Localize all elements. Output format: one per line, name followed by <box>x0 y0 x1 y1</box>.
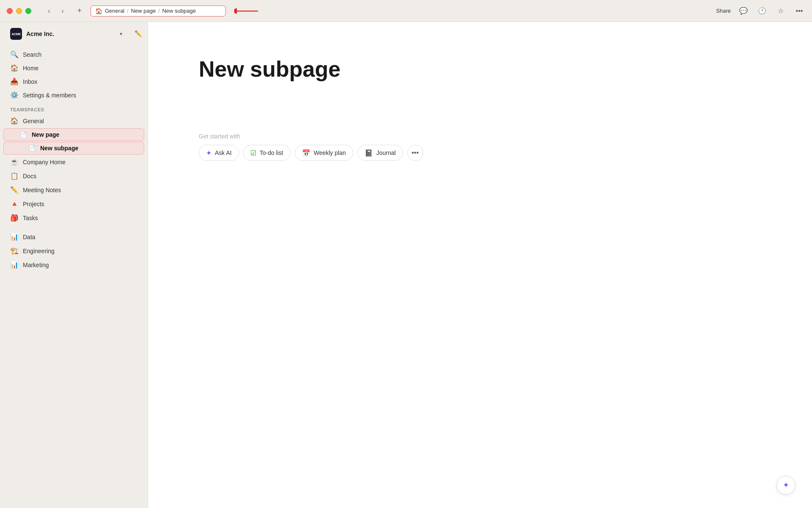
red-arrow-annotation <box>234 4 260 18</box>
workspace-name: Acme Inc. <box>26 30 115 37</box>
header-right: Share 💬 🕐 ☆ ••• <box>716 5 805 17</box>
breadcrumb-general[interactable]: General <box>105 8 124 14</box>
ask-ai-label: Ask AI <box>215 149 232 156</box>
new-subpage-doc-icon: 📄 <box>27 145 36 152</box>
sidebar-item-data[interactable]: 📊 Data <box>3 230 144 243</box>
home-icon: 🏠 <box>95 8 102 14</box>
meeting-notes-icon: ✏️ <box>10 186 19 194</box>
more-icon: ••• <box>411 149 419 157</box>
sidebar-item-inbox-label: Inbox <box>23 78 37 85</box>
sidebar-item-docs[interactable]: 📋 Docs <box>3 169 144 182</box>
company-home-icon: ☕ <box>10 158 19 166</box>
workspace-header[interactable]: ACME Acme Inc. ▾ <box>3 25 129 42</box>
sidebar-item-projects-label: Projects <box>23 201 44 207</box>
template-buttons: ✦ Ask AI ☑ To-do list 📅 Weekly plan <box>199 145 478 161</box>
titlebar: ‹ › + 🏠 General / New page / New subpage… <box>0 0 812 22</box>
sidebar-item-home[interactable]: 🏠 Home <box>3 61 144 75</box>
sidebar-item-home-label: Home <box>23 65 38 72</box>
more-options-icon[interactable]: ••• <box>793 5 805 17</box>
sidebar: ACME Acme Inc. ▾ ✏️ 🔍 Search 🏠 Home 📥 In… <box>0 22 148 508</box>
sidebar-item-new-subpage[interactable]: 📄 New subpage <box>3 142 144 155</box>
sidebar-item-tasks-label: Tasks <box>23 215 38 221</box>
sidebar-nav: 🔍 Search 🏠 Home 📥 Inbox ⚙️ Settings & me… <box>0 47 148 102</box>
weekly-plan-icon: 📅 <box>302 149 310 157</box>
ask-ai-button[interactable]: ✦ Ask AI <box>199 145 239 161</box>
breadcrumb-sep-2: / <box>158 8 159 14</box>
main-layout: ACME Acme Inc. ▾ ✏️ 🔍 Search 🏠 Home 📥 In… <box>0 22 812 508</box>
star-icon[interactable]: ☆ <box>775 5 787 17</box>
sidebar-item-engineering[interactable]: 🏗️ Engineering <box>3 244 144 257</box>
sidebar-item-search-label: Search <box>23 51 41 58</box>
home-nav-icon: 🏠 <box>10 64 19 72</box>
weekly-plan-label: Weekly plan <box>314 149 346 156</box>
todo-list-icon: ☑ <box>250 149 256 157</box>
sidebar-item-meeting-notes-label: Meeting Notes <box>23 187 61 193</box>
forward-button[interactable]: › <box>57 5 69 17</box>
sidebar-item-settings-label: Settings & members <box>23 92 76 99</box>
sidebar-item-company-home-label: Company Home <box>23 159 66 166</box>
inbox-icon: 📥 <box>10 77 19 86</box>
breadcrumb[interactable]: 🏠 General / New page / New subpage <box>91 6 226 17</box>
comment-icon[interactable]: 💬 <box>738 5 749 17</box>
docs-icon: 📋 <box>10 172 19 180</box>
new-tab-button[interactable]: + <box>74 5 85 17</box>
sidebar-item-inbox[interactable]: 📥 Inbox <box>3 75 144 88</box>
share-button[interactable]: Share <box>716 8 731 14</box>
content-body: New subpage Get started with ✦ Ask AI ☑ … <box>148 22 529 508</box>
engineering-icon: 🏗️ <box>10 247 19 255</box>
sparkle-icon: ✦ <box>206 149 211 157</box>
journal-label: Journal <box>376 149 396 156</box>
nav-buttons: ‹ › <box>43 5 69 17</box>
acme-logo: ACME <box>10 28 22 40</box>
traffic-lights <box>7 8 31 14</box>
back-button[interactable]: ‹ <box>43 5 55 17</box>
marketing-icon: 📊 <box>10 261 19 269</box>
content-area: New subpage Get started with ✦ Ask AI ☑ … <box>148 22 812 508</box>
get-started-section: Get started with ✦ Ask AI ☑ To-do list <box>199 133 478 161</box>
journal-icon: 📓 <box>365 149 373 157</box>
search-icon: 🔍 <box>10 50 19 58</box>
sidebar-item-new-page-label: New page <box>32 131 59 138</box>
sidebar-item-new-page[interactable]: 📄 New page <box>3 128 144 141</box>
fab-button[interactable]: ✦ <box>776 476 795 494</box>
new-page-button[interactable]: ✏️ <box>132 28 144 40</box>
weekly-plan-button[interactable]: 📅 Weekly plan <box>295 145 353 161</box>
workspace-chevron-icon: ▾ <box>120 31 122 37</box>
sidebar-item-projects[interactable]: 🔺 Projects <box>3 197 144 210</box>
maximize-button[interactable] <box>25 8 31 14</box>
projects-icon: 🔺 <box>10 200 19 208</box>
sidebar-item-meeting-notes[interactable]: ✏️ Meeting Notes <box>3 183 144 196</box>
fab-icon: ✦ <box>783 480 789 490</box>
todo-list-button[interactable]: ☑ To-do list <box>243 145 291 161</box>
page-title[interactable]: New subpage <box>199 56 478 82</box>
sidebar-item-search[interactable]: 🔍 Search <box>3 48 144 61</box>
sidebar-item-marketing[interactable]: 📊 Marketing <box>3 258 144 271</box>
close-button[interactable] <box>7 8 13 14</box>
data-icon: 📊 <box>10 233 19 241</box>
sidebar-item-new-subpage-label: New subpage <box>40 145 78 152</box>
minimize-button[interactable] <box>16 8 22 14</box>
sidebar-item-tasks[interactable]: 🎒 Tasks <box>3 211 144 224</box>
get-started-label: Get started with <box>199 133 478 140</box>
teamspaces-label: Teamspaces <box>0 102 148 114</box>
breadcrumb-new-page[interactable]: New page <box>131 8 156 14</box>
sidebar-item-company-home[interactable]: ☕ Company Home <box>3 155 144 168</box>
history-icon[interactable]: 🕐 <box>756 5 768 17</box>
sidebar-item-engineering-label: Engineering <box>23 248 55 254</box>
breadcrumb-sep-1: / <box>127 8 128 14</box>
sidebar-item-docs-label: Docs <box>23 173 36 179</box>
sidebar-item-general[interactable]: 🏠 General <box>3 114 144 127</box>
sidebar-item-data-label: Data <box>23 234 36 240</box>
breadcrumb-current[interactable]: New subpage <box>162 8 196 14</box>
sidebar-item-settings[interactable]: ⚙️ Settings & members <box>3 88 144 102</box>
settings-icon: ⚙️ <box>10 91 19 99</box>
sidebar-item-general-label: General <box>23 118 44 124</box>
sidebar-item-marketing-label: Marketing <box>23 262 49 268</box>
journal-button[interactable]: 📓 Journal <box>357 145 403 161</box>
tasks-icon: 🎒 <box>10 214 19 222</box>
new-page-doc-icon: 📄 <box>19 131 27 138</box>
todo-list-label: To-do list <box>260 149 283 156</box>
more-templates-button[interactable]: ••• <box>407 145 423 161</box>
general-icon: 🏠 <box>10 117 19 125</box>
